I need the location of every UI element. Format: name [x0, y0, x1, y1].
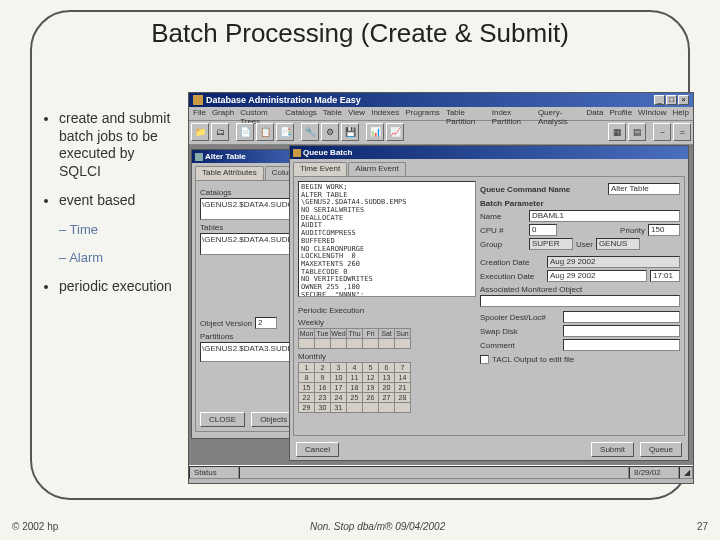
- execution-date-label: Execution Date: [480, 272, 544, 281]
- tool-icon[interactable]: ＝: [673, 123, 691, 141]
- menu-index-partition[interactable]: Index Partition: [492, 108, 532, 119]
- monobj-field[interactable]: [480, 295, 680, 307]
- comment-field[interactable]: [563, 339, 680, 351]
- bullet-1: create and submit batch jobs to be execu…: [59, 110, 180, 180]
- queue-button[interactable]: Queue: [640, 442, 682, 457]
- name-label: Name: [480, 212, 526, 221]
- menu-programs[interactable]: Programs: [405, 108, 440, 119]
- swapdisk-field[interactable]: [563, 325, 680, 337]
- priority-label: Priority: [560, 226, 645, 235]
- batch-param-label: Batch Parameter: [480, 199, 680, 208]
- submit-button[interactable]: Submit: [591, 442, 634, 457]
- day-thu[interactable]: Thu: [347, 329, 363, 339]
- day-fri[interactable]: Fri: [363, 329, 379, 339]
- mdi-area: Alter Table Table Attributes Columns Cat…: [189, 145, 693, 465]
- tab-table-attributes[interactable]: Table Attributes: [195, 166, 264, 180]
- menu-window[interactable]: Window: [638, 108, 666, 119]
- monobj-label: Associated Monitored Object: [480, 285, 680, 294]
- day-mon[interactable]: Mon: [299, 329, 315, 339]
- tool-icon[interactable]: ▤: [628, 123, 646, 141]
- periodic-exec-label: Periodic Execution: [298, 306, 476, 315]
- slide-title: Batch Processing (Create & Submit): [0, 18, 720, 49]
- tool-icon[interactable]: ▦: [608, 123, 626, 141]
- tool-icon[interactable]: 📄: [236, 123, 254, 141]
- objver-label: Object Version: [200, 319, 252, 328]
- tab-alarm-event[interactable]: Alarm Event: [348, 162, 406, 176]
- day-tue[interactable]: Tue: [315, 329, 331, 339]
- bullet-2a: Time: [59, 222, 180, 238]
- app-titlebar: Database Administration Made Easy _ □ ×: [189, 93, 693, 107]
- weekly-grid[interactable]: Mon Tue Wed Thu Fri Sat Sun: [298, 328, 411, 349]
- bullet-list: create and submit batch jobs to be execu…: [45, 110, 180, 308]
- menu-profile[interactable]: Profile: [609, 108, 632, 119]
- status-msg: [239, 466, 629, 479]
- menu-help[interactable]: Help: [673, 108, 689, 119]
- menu-data[interactable]: Data: [587, 108, 604, 119]
- queue-title-icon: [293, 149, 301, 157]
- tool-icon[interactable]: －: [653, 123, 671, 141]
- spooler-field[interactable]: [563, 311, 680, 323]
- weekly-label: Weekly: [298, 318, 476, 327]
- menu-table[interactable]: Table: [323, 108, 342, 119]
- toolbar: 📁 🗂 📄 📋 📑 🔧 ⚙ 💾 📊 📈 ▦ ▤ － ＝: [189, 121, 693, 145]
- group-field: SUPER: [529, 238, 573, 250]
- tool-icon[interactable]: 📑: [276, 123, 294, 141]
- tool-icon[interactable]: 📁: [191, 123, 209, 141]
- tacl-label: TACL Output to edit file: [492, 355, 574, 364]
- menu-table-partition[interactable]: Table Partition: [446, 108, 486, 119]
- cpu-field[interactable]: 0: [529, 224, 557, 236]
- status-label: Status: [189, 466, 239, 479]
- day-sun[interactable]: Sun: [395, 329, 411, 339]
- day-wed[interactable]: Wed: [331, 329, 347, 339]
- queue-window-title: Queue Batch: [303, 148, 685, 157]
- sql-command-text[interactable]: BEGIN WORK; ALTER TABLE \GENUS2.$DATA4.S…: [298, 181, 476, 297]
- bullet-3: periodic execution: [59, 278, 180, 296]
- app-window: Database Administration Made Easy _ □ × …: [188, 92, 694, 484]
- menu-catalogs[interactable]: Catalogs: [285, 108, 317, 119]
- bullet-2b: Alarm: [59, 250, 180, 266]
- tool-icon[interactable]: ⚙: [321, 123, 339, 141]
- tacl-checkbox[interactable]: [480, 355, 489, 364]
- minimize-icon[interactable]: _: [654, 95, 665, 105]
- tool-icon[interactable]: 🗂: [211, 123, 229, 141]
- tool-icon[interactable]: 💾: [341, 123, 359, 141]
- close-button[interactable]: CLOSE: [200, 412, 245, 427]
- qname-field[interactable]: Alter Table: [608, 183, 680, 195]
- status-date: 8/29/02: [629, 466, 679, 479]
- menu-query-analysis[interactable]: Query-Analysis: [538, 108, 581, 119]
- execution-date-field[interactable]: Aug 29 2002: [547, 270, 647, 282]
- cancel-button[interactable]: Cancel: [296, 442, 339, 457]
- monthly-grid[interactable]: 1234567 891011121314 15161718192021 2223…: [298, 362, 411, 413]
- tool-icon[interactable]: 📊: [366, 123, 384, 141]
- queue-batch-window: Queue Batch Time Event Alarm Event BEGIN…: [289, 145, 689, 461]
- execution-time-field[interactable]: 17:01: [650, 270, 680, 282]
- user-label: User: [576, 240, 593, 249]
- qname-label: Queue Command Name: [480, 185, 605, 194]
- creation-date-label: Creation Date: [480, 258, 544, 267]
- menu-graph[interactable]: Graph: [212, 108, 234, 119]
- objver-field[interactable]: 2: [255, 317, 277, 329]
- tool-icon[interactable]: 📈: [386, 123, 404, 141]
- menu-file[interactable]: File: [193, 108, 206, 119]
- name-field[interactable]: DBAML1: [529, 210, 680, 222]
- day-sat[interactable]: Sat: [379, 329, 395, 339]
- footer-center: Non. Stop dba/m® 09/04/2002: [58, 521, 697, 532]
- maximize-icon[interactable]: □: [666, 95, 677, 105]
- footer-page-number: 27: [697, 521, 708, 532]
- priority-field[interactable]: 150: [648, 224, 680, 236]
- resize-grip-icon[interactable]: ◢: [679, 466, 693, 479]
- app-title: Database Administration Made Easy: [206, 95, 653, 105]
- bullet-2: event based: [59, 192, 180, 210]
- comment-label: Comment: [480, 341, 560, 350]
- tab-time-event[interactable]: Time Event: [293, 162, 347, 176]
- menu-view[interactable]: View: [348, 108, 365, 119]
- tool-icon[interactable]: 📋: [256, 123, 274, 141]
- tool-icon[interactable]: 🔧: [301, 123, 319, 141]
- creation-date-field: Aug 29 2002: [547, 256, 680, 268]
- user-field: GENUS: [596, 238, 640, 250]
- menu-custom-trees[interactable]: Custom Trees: [240, 108, 279, 119]
- menu-indexes[interactable]: Indexes: [371, 108, 399, 119]
- footer-copyright: © 2002 hp: [12, 521, 58, 532]
- close-icon[interactable]: ×: [678, 95, 689, 105]
- spooler-label: Spooler Dest/Loc#: [480, 313, 560, 322]
